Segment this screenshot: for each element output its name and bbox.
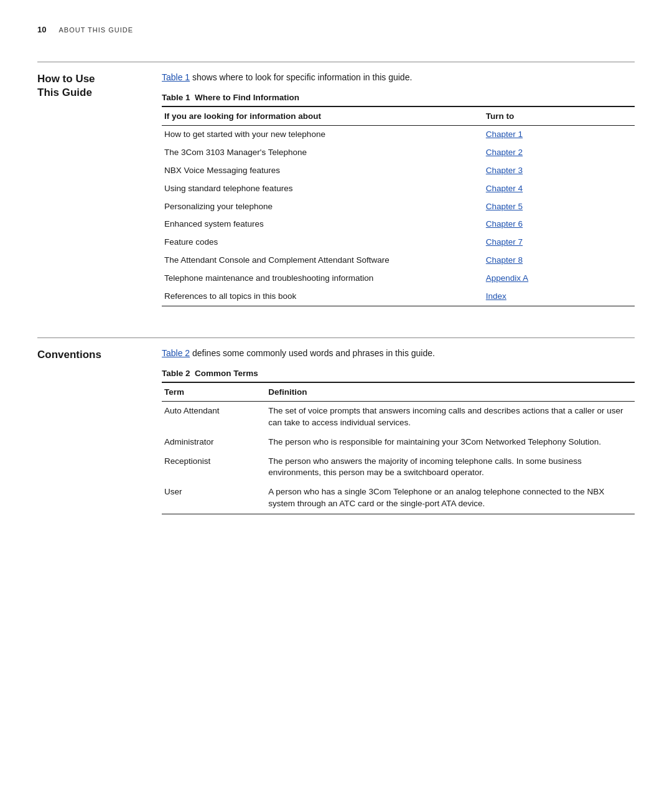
section2-intro: Table 2 defines some commonly used words… [162, 347, 635, 360]
table1-link-cell: Chapter 2 [483, 144, 635, 162]
table2-header-row: Term Definition [162, 382, 635, 402]
definition-cell: The set of voice prompts that answers in… [266, 401, 635, 432]
table-row: Telephone maintenance and troubleshootin… [162, 270, 635, 288]
table1-info-cell: References to all topics in this book [162, 288, 483, 306]
table-row: How to get started with your new telepho… [162, 126, 635, 144]
table1-info-cell: The 3Com 3103 Manager's Telephone [162, 144, 483, 162]
table1-link-cell: Chapter 4 [483, 180, 635, 198]
section-title-col-1: How to UseThis Guide [37, 62, 162, 306]
table-row: The Attendant Console and Complement Att… [162, 252, 635, 270]
chapter-link[interactable]: Index [486, 291, 506, 301]
chapter-link[interactable]: Chapter 1 [486, 130, 523, 139]
section-conventions: Conventions Table 2 defines some commonl… [37, 338, 635, 514]
section-title-2: Conventions [37, 348, 149, 362]
page-subtitle: About This Guide [58, 26, 133, 34]
table1-caption: Table 1 Where to Find Information [162, 93, 635, 102]
definition-cell: A person who has a single 3Com Telephone… [266, 483, 635, 514]
table2-col2-header: Definition [266, 382, 635, 402]
table1-info-cell: How to get started with your new telepho… [162, 126, 483, 144]
chapter-link[interactable]: Chapter 5 [486, 202, 523, 211]
chapter-link[interactable]: Chapter 8 [486, 255, 523, 265]
table-row: Auto AttendantThe set of voice prompts t… [162, 401, 635, 432]
table-row: Feature codesChapter 7 [162, 234, 635, 252]
section2-intro-rest: defines some commonly used words and phr… [190, 348, 435, 358]
table-row: The 3Com 3103 Manager's TelephoneChapter… [162, 144, 635, 162]
table-row: Personalizing your telephoneChapter 5 [162, 198, 635, 216]
table1-info-cell: Telephone maintenance and troubleshootin… [162, 270, 483, 288]
term-cell: User [162, 483, 266, 514]
term-cell: Receptionist [162, 452, 266, 483]
table1-link-cell: Chapter 1 [483, 126, 635, 144]
section-title-col-2: Conventions [37, 338, 162, 514]
section-content-2: Table 2 defines some commonly used words… [162, 338, 635, 514]
table-row: AdministratorThe person who is responsib… [162, 433, 635, 452]
chapter-link[interactable]: Chapter 7 [486, 237, 523, 247]
table1-link-cell: Chapter 6 [483, 215, 635, 234]
table1: If you are looking for information about… [162, 106, 635, 306]
term-cell: Administrator [162, 433, 266, 452]
section1-intro: Table 1 shows where to look for specific… [162, 71, 635, 84]
table1-info-cell: Using standard telephone features [162, 180, 483, 198]
table2: Term Definition Auto AttendantThe set of… [162, 382, 635, 514]
table1-link-cell: Index [483, 288, 635, 306]
table2-caption: Table 2 Common Terms [162, 369, 635, 378]
table1-col2-header: Turn to [483, 106, 635, 126]
table1-header-row: If you are looking for information about… [162, 106, 635, 126]
table1-col1-header: If you are looking for information about [162, 106, 483, 126]
definition-cell: The person who is responsible for mainta… [266, 433, 635, 452]
section2-wrapper: Conventions Table 2 defines some commonl… [37, 337, 635, 514]
section1-intro-rest: shows where to look for specific informa… [190, 72, 412, 82]
table1-info-cell: Enhanced system features [162, 215, 483, 234]
table1-info-cell: Feature codes [162, 234, 483, 252]
table1-link[interactable]: Table 1 [162, 72, 190, 82]
definition-cell: The person who answers the majority of i… [266, 452, 635, 483]
table-row: NBX Voice Messaging featuresChapter 3 [162, 162, 635, 180]
table1-link-cell: Chapter 7 [483, 234, 635, 252]
chapter-link[interactable]: Chapter 2 [486, 148, 523, 157]
table-row: ReceptionistThe person who answers the m… [162, 452, 635, 483]
chapter-link[interactable]: Chapter 6 [486, 219, 523, 229]
table1-info-cell: Personalizing your telephone [162, 198, 483, 216]
table1-link-cell: Appendix A [483, 270, 635, 288]
table-row: Using standard telephone featuresChapter… [162, 180, 635, 198]
table-row: Enhanced system featuresChapter 6 [162, 215, 635, 234]
term-cell: Auto Attendant [162, 401, 266, 432]
table-row: UserA person who has a single 3Com Telep… [162, 483, 635, 514]
page-number: 10 [37, 25, 46, 34]
table2-col1-header: Term [162, 382, 266, 402]
table2-link[interactable]: Table 2 [162, 348, 190, 358]
table-row: References to all topics in this bookInd… [162, 288, 635, 306]
page-header: 10 About This Guide [37, 25, 635, 37]
table1-link-cell: Chapter 8 [483, 252, 635, 270]
section-title-1: How to UseThis Guide [37, 72, 149, 100]
table1-info-cell: NBX Voice Messaging features [162, 162, 483, 180]
table1-link-cell: Chapter 3 [483, 162, 635, 180]
section-content-1: Table 1 shows where to look for specific… [162, 62, 635, 306]
chapter-link[interactable]: Chapter 4 [486, 184, 523, 193]
table1-link-cell: Chapter 5 [483, 198, 635, 216]
chapter-link[interactable]: Appendix A [486, 273, 528, 283]
section1-wrapper: How to UseThis Guide Table 1 shows where… [37, 62, 635, 306]
section-how-to-use: How to UseThis Guide Table 1 shows where… [37, 62, 635, 306]
table1-info-cell: The Attendant Console and Complement Att… [162, 252, 483, 270]
chapter-link[interactable]: Chapter 3 [486, 166, 523, 175]
